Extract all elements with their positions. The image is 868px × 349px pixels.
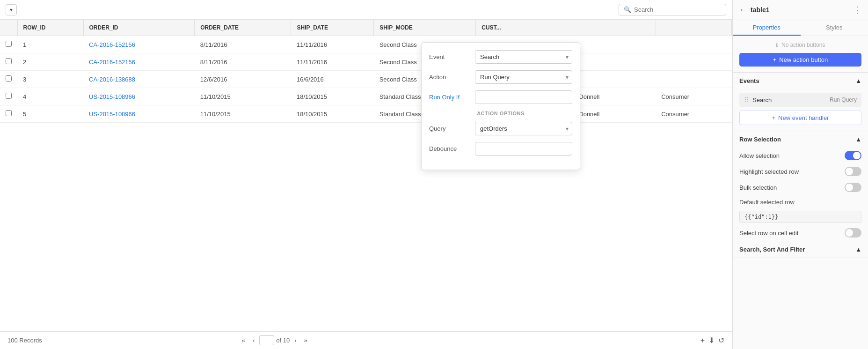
plus-icon-outline: +	[772, 114, 776, 121]
event-item: ⠿ Search Run Query	[739, 93, 861, 107]
row-checkbox[interactable]	[0, 71, 17, 88]
debounce-label: Debounce	[429, 145, 471, 152]
cell-order-date: 12/6/2016	[195, 71, 291, 88]
allow-selection-toggle[interactable]	[845, 151, 861, 160]
cell-order-date: 8/11/2016	[195, 36, 291, 53]
col-header-order-date: ORDER_DATE	[195, 20, 291, 36]
search-sort-filter-title: Search, Sort And Filter	[739, 246, 805, 253]
download-btn[interactable]: ⬇	[708, 336, 715, 345]
col-header-ship-date: SHIP_DATE	[291, 20, 374, 36]
row-checkbox[interactable]	[0, 105, 17, 123]
cell-extra2	[656, 71, 731, 88]
event-panel: Event Search Action Run Query Run Only I…	[421, 42, 580, 170]
row-selection-collapse-icon: ▲	[855, 136, 861, 143]
drag-icon: ⠿	[744, 96, 749, 104]
table-row: 2 CA-2016-152156 8/11/2016 11/11/2016 Se…	[0, 53, 732, 71]
first-page-btn[interactable]: «	[239, 336, 248, 345]
filter-button[interactable]: ▾	[6, 4, 17, 15]
events-section: Events ▲ ⠿ Search Run Query + New event …	[733, 73, 868, 131]
last-page-btn[interactable]: »	[301, 336, 310, 345]
events-collapse-icon: ▲	[855, 77, 861, 84]
prev-page-btn[interactable]: ‹	[250, 336, 257, 345]
search-sort-filter-header[interactable]: Search, Sort And Filter ▲	[733, 241, 868, 258]
cell-extra2: Consumer	[656, 105, 731, 123]
cell-order-id: CA-2016-152156	[83, 36, 195, 53]
records-count: 100 Records	[7, 337, 42, 344]
run-only-if-input[interactable]	[475, 90, 572, 104]
cell-order-id: US-2015-108966	[83, 88, 195, 105]
highlight-label: Highlight selected row	[739, 168, 799, 175]
query-select[interactable]: getOrders	[475, 122, 572, 135]
col-header-extra2	[656, 20, 731, 36]
cell-order-id: CA-2016-138688	[83, 71, 195, 88]
tab-styles[interactable]: Styles	[801, 20, 868, 36]
more-options-icon[interactable]: ⋮	[853, 5, 861, 15]
cell-extra2	[656, 36, 731, 53]
row-checkbox[interactable]	[0, 36, 17, 53]
total-pages: of 10	[276, 337, 290, 344]
add-row-btn[interactable]: +	[700, 336, 705, 345]
select-row-on-cell-edit-row: Select row on cell edit	[733, 225, 868, 241]
action-select[interactable]: Run Query	[475, 70, 572, 84]
event-item-name: Search	[752, 97, 826, 104]
table-row: 1 CA-2016-152156 8/11/2016 11/11/2016 Se…	[0, 36, 732, 53]
events-section-header[interactable]: Events ▲	[733, 73, 868, 89]
current-page-input[interactable]: 1	[259, 335, 274, 345]
row-checkbox[interactable]	[0, 53, 17, 71]
table-row: 5 US-2015-108966 11/10/2015 18/10/2015 S…	[0, 105, 732, 123]
bulk-selection-label: Bulk selection	[739, 184, 777, 191]
panel-header: ← table1 ⋮	[733, 0, 868, 20]
cell-ship-date: 11/11/2016	[291, 36, 374, 53]
highlight-toggle[interactable]	[845, 167, 861, 176]
debounce-input[interactable]	[475, 142, 572, 156]
cell-ship-date: 18/10/2015	[291, 105, 374, 123]
cell-ship-date: 11/11/2016	[291, 53, 374, 71]
search-icon: 🔍	[624, 6, 631, 13]
new-action-button[interactable]: + New action button	[739, 53, 861, 67]
query-label: Query	[429, 125, 471, 132]
filter-icon: ▾	[10, 7, 13, 13]
col-header-cust: CUST...	[476, 20, 551, 36]
new-event-handler-button[interactable]: + New event handler	[739, 111, 861, 125]
query-row: Query getOrders	[429, 122, 572, 135]
events-section-content: ⠿ Search Run Query + New event handler	[733, 89, 868, 131]
event-item-action: Run Query	[830, 97, 857, 103]
col-header-row-id: ROW_ID	[17, 20, 83, 36]
table-search-input[interactable]	[634, 6, 721, 13]
next-page-btn[interactable]: ›	[292, 336, 299, 345]
allow-selection-label: Allow selection	[739, 152, 780, 159]
panel-tabs: Properties Styles	[733, 20, 868, 36]
event-select[interactable]: Search	[475, 50, 572, 64]
cell-row-id: 4	[17, 88, 83, 105]
event-label: Event	[429, 53, 471, 60]
cell-ship-date: 16/6/2016	[291, 71, 374, 88]
default-row-value[interactable]: {{"id":1}}	[739, 211, 861, 223]
cell-extra2	[656, 53, 731, 71]
select-row-on-cell-edit-toggle[interactable]	[845, 228, 861, 238]
tab-properties[interactable]: Properties	[733, 20, 801, 36]
cell-row-id: 3	[17, 71, 83, 88]
col-header-order-id: ORDER_ID	[83, 20, 195, 36]
cell-extra2: Consumer	[656, 88, 731, 105]
cell-order-id: CA-2016-152156	[83, 53, 195, 71]
event-row: Event Search	[429, 50, 572, 64]
action-options-header: ACTION OPTIONS	[429, 111, 572, 116]
row-selection-section: Row Selection ▲ Allow selection Highligh…	[733, 131, 868, 241]
table-row: 4 US-2015-108966 11/10/2015 18/10/2015 S…	[0, 88, 732, 105]
debounce-row: Debounce	[429, 142, 572, 156]
cell-row-id: 5	[17, 105, 83, 123]
action-label: Action	[429, 74, 471, 81]
row-selection-title: Row Selection	[739, 136, 781, 143]
bulk-selection-toggle[interactable]	[845, 183, 861, 192]
default-selected-label: Default selected row	[739, 199, 795, 206]
row-checkbox[interactable]	[0, 88, 17, 105]
cell-row-id: 2	[17, 53, 83, 71]
plus-icon: +	[773, 56, 777, 63]
right-panel: ← table1 ⋮ Properties Styles ℹ No action…	[732, 0, 868, 349]
refresh-btn[interactable]: ↺	[718, 336, 724, 345]
col-header-extra1	[551, 20, 656, 36]
no-action-text: ℹ No action buttons	[739, 42, 861, 48]
back-arrow-icon[interactable]: ←	[739, 6, 747, 14]
row-selection-header[interactable]: Row Selection ▲	[733, 131, 868, 148]
table-search-bar: 🔍	[619, 4, 726, 15]
